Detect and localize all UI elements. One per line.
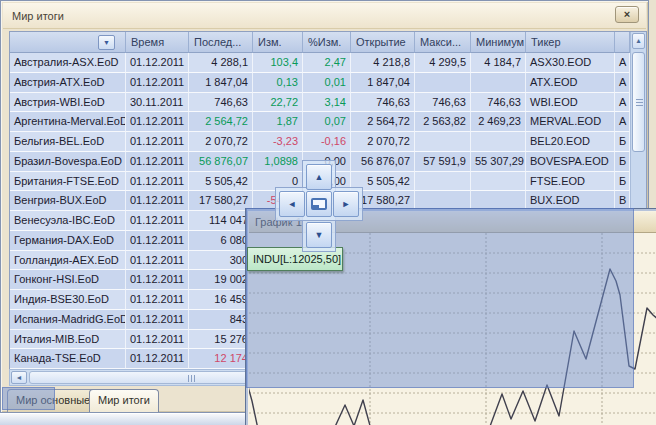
cell-name[interactable]: Германия-DAX.EoD [10,231,126,251]
cell-extra[interactable]: А [615,73,630,93]
cell-extra[interactable]: Б [615,152,630,172]
cell-high[interactable] [415,172,471,192]
cell-time[interactable]: 01.12.2011 [126,112,189,132]
cell-time[interactable]: 01.12.2011 [126,310,189,330]
column-header-last[interactable]: Послед... [189,32,253,53]
cell-time[interactable]: 01.12.2011 [126,251,189,271]
cell-last[interactable]: 6 080 [189,231,253,251]
dock-top-button[interactable]: ▲ [306,164,332,190]
cell-chg[interactable]: 103,4 [253,53,303,73]
cell-low[interactable]: 2 469,23 [471,112,526,132]
cell-name[interactable]: Италия-MIB.EoD [10,330,126,350]
cell-last[interactable]: 300 [189,251,253,271]
column-header-time[interactable]: Время [126,32,189,53]
cell-extra[interactable]: А [615,112,630,132]
cell-ticker[interactable]: ASX30.EOD [526,53,615,73]
cell-time[interactable]: 01.12.2011 [126,53,189,73]
cell-last[interactable]: 843 [189,310,253,330]
tab-mir-itogi[interactable]: Мир итоги [89,389,159,412]
cell-ticker[interactable]: FTSE.EOD [526,172,615,192]
cell-last[interactable]: 19 002 [189,270,253,290]
table-row[interactable]: Бельгия-BEL.EoD01.12.20112 070,72-3,23-0… [10,132,630,152]
cell-name[interactable]: Канада-TSE.EoD [10,349,126,369]
cell-low[interactable] [471,73,526,93]
dock-bottom-button[interactable]: ▼ [306,222,332,248]
window-titlebar[interactable]: Мир итоги [3,3,646,29]
cell-time[interactable]: 01.12.2011 [126,172,189,192]
cell-last[interactable]: 1 847,04 [189,73,253,93]
cell-low[interactable]: 55 307,29 [471,152,526,172]
cell-name[interactable]: Индия-BSE30.EoD [10,290,126,310]
cell-low[interactable]: 746,63 [471,93,526,113]
filter-dropdown-button[interactable]: ▼ [98,35,115,50]
cell-open[interactable]: 2 564,72 [351,112,415,132]
cell-time[interactable]: 30.11.2011 [126,93,189,113]
cell-name[interactable]: Венгрия-BUX.EoD [10,191,126,211]
cell-high[interactable]: 2 563,82 [415,112,471,132]
cell-chg[interactable]: 22,72 [253,93,303,113]
table-row[interactable]: Австрия-ATX.EoD01.12.20111 847,040,130,0… [10,73,630,93]
cell-pct[interactable]: -0,16 [303,132,351,152]
cell-ticker[interactable]: WBI.EOD [526,93,615,113]
cell-time[interactable]: 01.12.2011 [126,270,189,290]
cell-time[interactable]: 01.12.2011 [126,132,189,152]
cell-last[interactable]: 16 459 [189,290,253,310]
cell-high[interactable]: 57 591,9 [415,152,471,172]
cell-chg[interactable]: 0,13 [253,73,303,93]
cell-chg[interactable]: 1,0898 [253,152,303,172]
cell-last[interactable]: 2 564,72 [189,112,253,132]
table-row[interactable]: Австрия-WBI.EoD30.11.2011746,6322,723,14… [10,93,630,113]
cell-time[interactable]: 01.12.2011 [126,290,189,310]
cell-open[interactable]: 4 218,8 [351,53,415,73]
cell-pct[interactable]: 3,14 [303,93,351,113]
cell-time[interactable]: 01.12.2011 [126,330,189,350]
column-header-high[interactable]: Макси... [415,32,471,53]
cell-high[interactable] [415,73,471,93]
column-header-extra[interactable] [615,32,630,53]
cell-time[interactable]: 01.12.2011 [126,152,189,172]
cell-open[interactable]: 56 876,07 [351,152,415,172]
cell-name[interactable]: Британия-FTSE.EoD [10,172,126,192]
cell-time[interactable]: 01.12.2011 [126,231,189,251]
scroll-left-button[interactable]: ◄ [11,371,27,384]
cell-name[interactable]: Венесуэла-IBC.EoD [10,211,126,231]
cell-name[interactable]: Голландия-AEX.EoD [10,251,126,271]
cell-high[interactable] [415,132,471,152]
cell-high[interactable]: 746,63 [415,93,471,113]
cell-ticker[interactable]: BEL20.EOD [526,132,615,152]
cell-last[interactable]: 746,63 [189,93,253,113]
cell-high[interactable]: 4 299,5 [415,53,471,73]
cell-open[interactable]: 1 847,04 [351,73,415,93]
column-header-ticker[interactable]: Тикер [526,32,615,53]
dock-left-button[interactable]: ◄ [279,191,305,217]
close-button[interactable]: × [615,6,639,23]
cell-name[interactable]: Гонконг-HSI.EoD [10,270,126,290]
cell-last[interactable]: 2 070,72 [189,132,253,152]
cell-name[interactable]: Австрия-WBI.EoD [10,93,126,113]
cell-pct[interactable]: 0,07 [303,112,351,132]
cell-last[interactable]: 17 580,27 [189,191,253,211]
cell-ticker[interactable]: BOVESPA.EOD [526,152,615,172]
table-row[interactable]: Австралия-ASX.EoD01.12.20114 288,1103,42… [10,53,630,73]
cell-last[interactable]: 114 047 [189,211,253,231]
cell-time[interactable]: 01.12.2011 [126,211,189,231]
cell-low[interactable]: 4 184,7 [471,53,526,73]
cell-time[interactable]: 01.12.2011 [126,349,189,369]
cell-extra[interactable]: А [615,53,630,73]
column-header-open[interactable]: Открытие [351,32,415,53]
cell-last[interactable]: 12 174 [189,349,253,369]
scroll-up-button[interactable]: ▴ [632,33,645,49]
cell-low[interactable] [471,172,526,192]
cell-name[interactable]: Бельгия-BEL.EoD [10,132,126,152]
cell-last[interactable]: 4 288,1 [189,53,253,73]
cell-extra[interactable]: Б [615,172,630,192]
table-row[interactable]: Аргентина-Merval.EoD01.12.20112 564,721,… [10,112,630,132]
cell-name[interactable]: Испания-MadridG.EoD [10,310,126,330]
cell-pct[interactable]: 0,01 [303,73,351,93]
vertical-scrollbar-thumb[interactable] [632,52,645,152]
cell-name[interactable]: Аргентина-Merval.EoD [10,112,126,132]
cell-pct[interactable]: 2,47 [303,53,351,73]
cell-open[interactable]: 746,63 [351,93,415,113]
column-header-pct[interactable]: %Изм. [303,32,351,53]
cell-name[interactable]: Бразил-Bovespa.EoD [10,152,126,172]
